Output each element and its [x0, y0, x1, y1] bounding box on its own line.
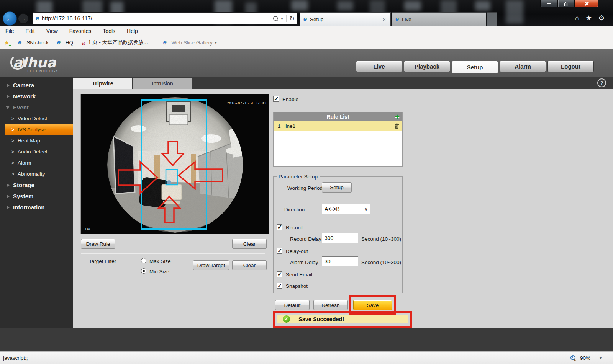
rule-list-header: Rule List +: [274, 112, 402, 121]
tab-tripwire[interactable]: Tripwire: [73, 78, 132, 89]
sidebar-item-storage[interactable]: Storage: [0, 180, 73, 191]
record-delay-input[interactable]: [322, 233, 358, 243]
menu-favorites[interactable]: Favorites: [69, 28, 92, 34]
window-controls: [540, 0, 598, 7]
clear-target-button[interactable]: Clear: [232, 260, 267, 270]
zoom-dropdown-icon[interactable]: ▾: [600, 356, 602, 360]
nav-playback-button[interactable]: Playback: [404, 61, 450, 72]
favorites-star-icon[interactable]: ★: [586, 15, 592, 21]
add-rule-icon[interactable]: +: [395, 112, 400, 121]
close-button[interactable]: [575, 0, 598, 7]
record-checkbox[interactable]: [277, 224, 282, 230]
add-favorite-icon[interactable]: ★+: [4, 39, 10, 47]
minimize-button[interactable]: [540, 0, 558, 7]
direction-select[interactable]: A<->B ∨: [322, 204, 370, 214]
rule-list: Rule List + 1 line1: [273, 112, 403, 167]
save-button[interactable]: Save: [353, 300, 392, 310]
sidebar-item-abnormality[interactable]: >Abnormality: [0, 168, 73, 180]
minimize-icon: [547, 3, 551, 4]
chevron-down-icon: ▾: [215, 41, 217, 45]
rule-name: line1: [285, 123, 296, 129]
favorite-web-slice-gallery[interactable]: eWeb Slice Gallery▾: [163, 39, 217, 46]
sidebar-item-event[interactable]: Event: [0, 102, 73, 113]
settings-gear-icon[interactable]: ⚙: [598, 15, 605, 21]
dahua-site-icon: a: [82, 39, 85, 46]
browser-tab-live[interactable]: e Live: [392, 12, 486, 26]
sidebar-item-audio-detect[interactable]: >Audio Detect: [0, 146, 73, 157]
sidebar-item-alarm[interactable]: >Alarm: [0, 157, 73, 168]
video-timestamp: 2016-07-15 4:37:43: [227, 101, 266, 105]
alarm-delay-input[interactable]: [322, 256, 358, 266]
camera-label: IPC: [85, 227, 91, 231]
relay-out-checkbox[interactable]: [277, 248, 282, 254]
sidebar-item-ivs-analyse[interactable]: >IVS Analyse: [5, 124, 73, 135]
back-arrow-icon: ←: [6, 14, 14, 24]
help-icon[interactable]: ?: [597, 78, 606, 87]
menu-view[interactable]: View: [46, 28, 58, 34]
home-icon[interactable]: ⌂: [575, 15, 579, 21]
refresh-button[interactable]: Refresh: [313, 300, 348, 310]
zoom-icon[interactable]: +: [570, 355, 576, 361]
tab-intrusion[interactable]: Intrusion: [133, 78, 192, 89]
working-period-label: Working Period: [287, 185, 323, 191]
max-size-radio[interactable]: [141, 258, 146, 263]
url-text[interactable]: http://172.16.16.117/: [42, 15, 273, 21]
nav-live-button[interactable]: Live: [356, 61, 402, 72]
sidebar-item-network[interactable]: Network: [0, 91, 73, 102]
snapshot-checkbox[interactable]: [277, 283, 282, 289]
nav-logout-button[interactable]: Logout: [547, 61, 594, 72]
dahua-logo: alhua TECHNOLOGY: [5, 52, 81, 75]
rule-row[interactable]: 1 line1: [274, 121, 402, 131]
favorite-sn-check[interactable]: eSN check: [18, 39, 49, 46]
refresh-icon[interactable]: ↻: [290, 15, 295, 22]
min-size-label: Min Size: [149, 269, 169, 274]
max-size-label: Max Size: [149, 258, 171, 264]
new-tab-stub[interactable]: [487, 12, 497, 26]
sidebar-item-video-detect[interactable]: >Video Detect: [0, 113, 73, 124]
menu-help[interactable]: Help: [127, 28, 138, 34]
menu-edit[interactable]: Edit: [26, 28, 35, 34]
clear-rule-button[interactable]: Clear: [232, 239, 267, 249]
draw-target-button[interactable]: Draw Target: [193, 260, 229, 270]
menu-tools[interactable]: Tools: [103, 28, 115, 34]
plus-icon: +: [9, 43, 11, 47]
default-button[interactable]: Default: [275, 300, 310, 310]
menu-file[interactable]: File: [5, 28, 14, 34]
nav-alarm-button[interactable]: Alarm: [500, 61, 546, 72]
draw-rule-button[interactable]: Draw Rule: [81, 239, 115, 249]
sidebar-item-camera[interactable]: Camera: [0, 80, 73, 91]
address-dropdown-icon[interactable]: ▾: [281, 16, 283, 21]
working-period-setup-button[interactable]: Setup: [322, 182, 352, 193]
tab-close-icon[interactable]: ×: [381, 16, 387, 23]
snapshot-label: Snapshot: [286, 283, 308, 289]
enable-label: Enable: [282, 96, 298, 102]
favorite-hq[interactable]: eHQ: [57, 39, 73, 46]
enable-checkbox[interactable]: [273, 96, 279, 102]
address-bar[interactable]: e http://172.16.16.117/ ▾ ↻: [33, 12, 297, 24]
ie-tab-icon: e: [303, 16, 307, 22]
browser-tab-setup[interactable]: e Setup ×: [300, 12, 391, 26]
favorite-dahua-home[interactable]: a主页 - 大华产品数据发放...: [82, 39, 148, 46]
video-preview[interactable]: 2016-07-15 4:37:43 IPC: [80, 94, 269, 234]
ie-fav-icon: e: [163, 39, 167, 46]
ie-fav-icon: e: [57, 39, 61, 46]
restore-button[interactable]: [558, 0, 575, 7]
zoom-level[interactable]: 90%: [580, 355, 590, 361]
status-bar: javascript:; + 90% ▾: [0, 351, 613, 364]
send-email-checkbox[interactable]: [277, 271, 282, 277]
sidebar-item-system[interactable]: System: [0, 191, 73, 202]
back-button[interactable]: ←: [3, 11, 17, 26]
close-icon: [584, 1, 589, 6]
search-icon[interactable]: [273, 16, 278, 21]
sidebar-item-information[interactable]: Information: [0, 202, 73, 213]
toast-message: Save Succeeded!: [298, 316, 344, 322]
chevron-icon: >: [11, 116, 14, 121]
nav-setup-button[interactable]: Setup: [452, 61, 498, 73]
min-size-radio[interactable]: [141, 268, 146, 274]
sidebar-item-heat-map[interactable]: >Heat Map: [0, 135, 73, 146]
record-delay-unit: Second (10~300): [361, 236, 401, 242]
logo-tagline: TECHNOLOGY: [26, 69, 59, 73]
delete-rule-icon[interactable]: [394, 123, 399, 130]
forward-button[interactable]: →: [18, 13, 28, 24]
resize-grip[interactable]: [607, 358, 611, 362]
